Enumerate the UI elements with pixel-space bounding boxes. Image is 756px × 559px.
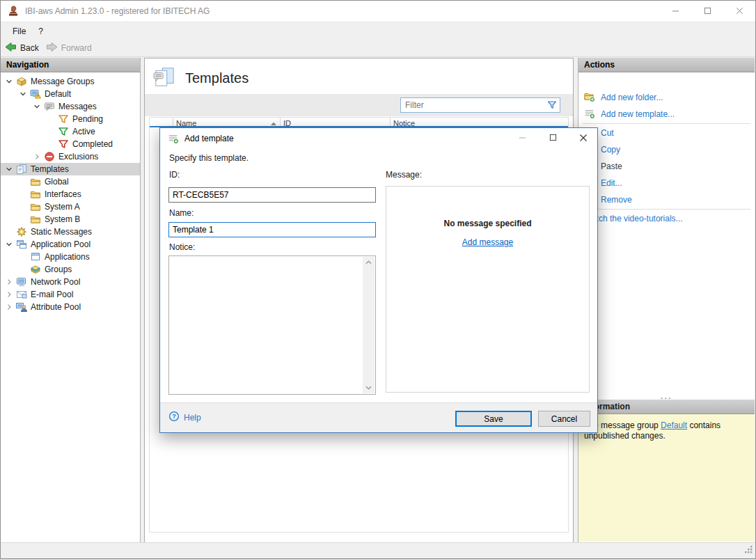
dialog-title-bar: Add template — [160, 128, 597, 149]
action-copy[interactable]: Copy — [578, 141, 755, 158]
nav-item-templates[interactable]: Templates — [1, 163, 140, 175]
nav-item-network-pool[interactable]: Network Pool — [1, 276, 140, 288]
completed-funnel-icon — [58, 139, 69, 150]
action-watch-video-tutorials[interactable]: Watch the video-tutorials... — [578, 210, 755, 227]
nav-item-applications[interactable]: Applications — [1, 251, 140, 263]
app-window: IBI-aws Admin 1.23.0 - registered for IB… — [0, 0, 756, 559]
help-link[interactable]: ? Help — [168, 411, 201, 424]
nav-item-label: Attribute Pool — [31, 302, 81, 312]
column-header-notice[interactable]: Notice — [391, 118, 568, 126]
default-group-link[interactable]: Default — [661, 420, 687, 430]
nav-item-label: Exclusions — [58, 152, 98, 162]
back-label: Back — [20, 43, 39, 53]
resize-grip-icon[interactable] — [743, 544, 753, 556]
folder-icon — [30, 214, 41, 225]
nav-item-active[interactable]: Active — [1, 125, 140, 138]
folder-icon — [30, 176, 41, 187]
add-message-link[interactable]: Add message — [462, 237, 513, 247]
filter-input[interactable] — [401, 100, 544, 110]
notice-label: Notice: — [169, 242, 195, 252]
maximize-button[interactable] — [691, 1, 723, 22]
nav-item-default[interactable]: Default — [1, 88, 140, 100]
menu-item-help[interactable]: ? — [32, 24, 49, 38]
nav-item-completed[interactable]: Completed — [1, 138, 140, 150]
filter-funnel-icon[interactable] — [544, 100, 560, 111]
cancel-button[interactable]: Cancel — [538, 411, 590, 427]
close-button[interactable] — [723, 1, 755, 22]
nav-item-label: Application Pool — [31, 239, 90, 249]
nav-item-system-b[interactable]: System B — [1, 213, 140, 226]
column-header-id[interactable]: ID — [281, 118, 391, 126]
nav-item-messages[interactable]: Messages — [1, 100, 140, 113]
nav-item-application-pool[interactable]: Application Pool — [1, 238, 140, 251]
dialog-minimize-button[interactable] — [512, 130, 532, 147]
add-folder-icon — [584, 91, 595, 104]
navigation-toolbar: Back Forward — [1, 40, 755, 57]
chevron-right-icon[interactable] — [2, 290, 16, 299]
pending-funnel-icon — [58, 113, 69, 125]
gear-icon — [16, 226, 27, 237]
window-icon — [30, 251, 41, 262]
stack-icon — [30, 264, 41, 275]
forward-button[interactable]: Forward — [46, 42, 92, 54]
person-monitor-icon — [16, 301, 27, 313]
nav-item-label: Templates — [31, 164, 69, 174]
column-header-name[interactable]: Name — [173, 118, 281, 126]
minimize-button[interactable] — [659, 1, 691, 22]
action-remove[interactable]: Remove — [578, 191, 755, 208]
chevron-down-icon[interactable] — [2, 77, 16, 86]
action-label: Copy — [601, 145, 620, 155]
nav-item-global[interactable]: Global — [1, 175, 140, 188]
action-add-new-folder[interactable]: Add new folder... — [578, 89, 755, 106]
nav-item-label: Active — [72, 127, 95, 136]
menu-item-file[interactable]: File — [6, 24, 32, 38]
nav-item-label: Pending — [72, 114, 103, 124]
nav-item-label: Global — [45, 177, 69, 187]
action-add-new-template[interactable]: Add new template... — [578, 106, 755, 123]
scroll-down-button[interactable] — [363, 382, 375, 393]
name-field[interactable] — [168, 222, 376, 237]
notice-scrollbar[interactable] — [363, 257, 375, 393]
chevron-right-icon[interactable] — [2, 278, 16, 286]
message-label: Message: — [386, 170, 422, 180]
chevron-down-icon[interactable] — [16, 90, 30, 98]
nav-item-interfaces[interactable]: Interfaces — [1, 188, 140, 200]
save-button[interactable]: Save — [455, 411, 532, 427]
nav-item-groups[interactable]: Groups — [1, 263, 140, 276]
nav-item-system-a[interactable]: System A — [1, 200, 140, 213]
minimize-icon — [672, 7, 679, 17]
chevron-down-icon[interactable] — [2, 240, 16, 249]
scroll-up-button[interactable] — [363, 257, 375, 268]
chevron-right-icon[interactable] — [30, 152, 44, 161]
action-paste[interactable]: Paste — [578, 158, 755, 175]
dialog-title: Add template — [184, 134, 234, 143]
action-edit[interactable]: Edit... — [578, 175, 755, 191]
close-icon — [736, 7, 743, 17]
forward-label: Forward — [61, 43, 92, 53]
dialog-footer: ? Help Save Cancel — [160, 402, 597, 432]
nav-item-static-messages[interactable]: Static Messages — [1, 226, 140, 238]
chevron-down-icon[interactable] — [2, 165, 16, 173]
id-label: ID: — [169, 170, 180, 180]
nav-item-message-groups[interactable]: Message Groups — [1, 75, 140, 88]
actions-separator — [583, 123, 750, 124]
chevron-down-icon[interactable] — [30, 102, 44, 111]
add-template-dialog-icon — [168, 133, 179, 144]
nav-item-exclusions[interactable]: Exclusions — [1, 150, 140, 163]
back-button[interactable]: Back — [5, 42, 39, 54]
active-funnel-icon — [58, 126, 69, 137]
nav-item-attribute-pool[interactable]: Attribute Pool — [1, 301, 140, 313]
dialog-maximize-button[interactable] — [543, 130, 562, 147]
add-template-icon — [584, 108, 595, 121]
status-bar — [1, 542, 755, 558]
nav-item-email-pool[interactable]: E-mail Pool — [1, 288, 140, 301]
dialog-close-button[interactable] — [574, 130, 593, 147]
forward-arrow-icon — [46, 42, 58, 54]
nav-item-pending[interactable]: Pending — [1, 113, 140, 125]
notice-textarea[interactable] — [168, 255, 376, 395]
id-field[interactable] — [168, 187, 376, 203]
action-cut[interactable]: Cut — [578, 125, 755, 141]
chevron-right-icon[interactable] — [2, 303, 16, 311]
templates-page-icon — [153, 67, 175, 90]
no-entry-icon — [44, 151, 55, 162]
